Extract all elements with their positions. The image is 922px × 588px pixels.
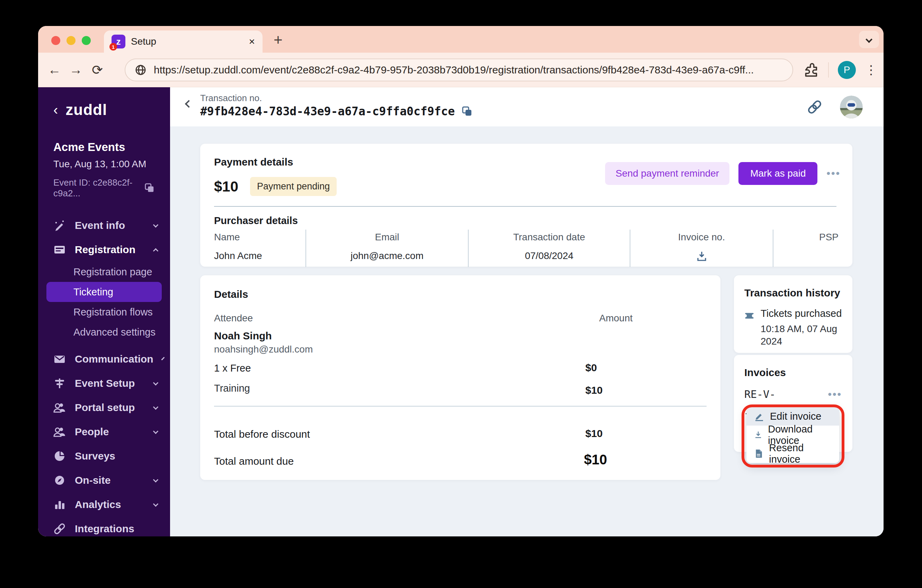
back-button[interactable]: ← [44,62,65,77]
sidebar-item-communication[interactable]: Communication [38,347,170,371]
sidebar-item-event-setup[interactable]: Event Setup [38,371,170,395]
sidebar-item-label: People [75,426,145,438]
minimize-window-button[interactable] [67,36,75,45]
sidebar-item-label: Analytics [75,499,145,510]
sidebar-item-registration-flows[interactable]: Registration flows [46,302,162,322]
envelope-icon [53,353,66,365]
sidebar: ‹ zuddl Acme Events Tue, Aug 13, 1:00 AM… [38,87,170,536]
email-label: Email [306,232,468,243]
attendee-email: noahsingh@zuddl.com [214,344,313,355]
sidebar-item-analytics[interactable]: Analytics [38,492,170,517]
sidebar-subitem-label: Registration flows [74,307,153,318]
reload-button[interactable]: ⟳ [87,62,108,78]
line-item-amount: $10 [585,384,603,396]
window-controls [51,36,91,45]
event-id: Event ID: c2e88c2f-c9a2... [53,177,139,199]
amount-header: Amount [599,313,633,324]
sidebar-item-event-info[interactable]: Event info [38,213,170,238]
chevron-down-icon [153,477,159,482]
event-date: Tue, Aug 13, 1:00 AM [53,158,155,170]
invoice-number: RE-V- [744,388,828,400]
details-title: Details [214,289,706,300]
sidebar-item-label: Portal setup [75,402,145,413]
sidebar-item-advanced-settings[interactable]: Advanced settings [46,322,162,342]
chevron-down-icon [153,501,159,506]
invoices-title: Invoices [744,367,842,379]
tab-search-button[interactable] [859,31,879,48]
copy-icon[interactable] [144,183,155,193]
chevron-down-icon [153,404,159,410]
line-item-label: Training [214,383,250,394]
invoice-more-menu-icon[interactable]: ••• [828,389,842,400]
transaction-date-label: Transaction date [469,232,630,243]
copy-link-icon[interactable] [807,99,822,115]
new-tab-button[interactable]: + [274,32,283,47]
payment-details-card: Payment details $10 Payment pending Send… [200,144,852,267]
mark-as-paid-button[interactable]: Mark as paid [739,162,817,185]
browser-tab[interactable]: z 1 Setup × [104,31,263,52]
close-tab-icon[interactable]: × [248,36,255,47]
purchaser-details-title: Purchaser details [214,215,298,227]
name-label: Name [214,232,306,243]
page-body: Payment details $10 Payment pending Send… [170,126,884,536]
sidebar-item-integrations[interactable]: Integrations [38,517,170,536]
user-avatar[interactable] [840,96,863,118]
sidebar-subitem-label: Ticketing [74,286,113,298]
history-event: Tickets purchased [760,308,842,319]
menu-item-resend-invoice[interactable]: Resend invoice [746,444,839,463]
back-chevron-icon[interactable] [185,100,193,108]
url-text: https://setup.zuddl.com/event/c2e88c2f-c… [154,64,754,76]
ticket-icon [744,309,754,322]
chevron-down-icon [153,222,159,227]
divider [214,206,837,207]
zuddl-favicon-icon: z 1 [111,34,125,49]
browser-menu-icon[interactable]: ⋮ [865,63,877,77]
pie-chart-icon [53,450,66,462]
address-bar[interactable]: https://setup.zuddl.com/event/c2e88c2f-c… [125,59,793,82]
users-icon [53,401,66,414]
sidebar-item-registration[interactable]: Registration [38,238,170,262]
psp-label: PSP [773,232,839,243]
forward-button[interactable]: → [65,62,87,77]
transaction-no-value: #9fb428e4-783d-43e9-a67a-c9ffa0cf9fce [200,105,455,118]
sidebar-item-portal-setup[interactable]: Portal setup [38,395,170,420]
users-icon [53,426,66,438]
menu-item-label: Resend invoice [769,442,832,463]
sidebar-item-surveys[interactable]: Surveys [38,444,170,468]
sidebar-collapse-icon[interactable]: ‹ [53,103,58,117]
sidebar-item-on-site[interactable]: On-site [38,468,170,492]
sidebar-item-label: Communication [75,353,154,365]
sidebar-item-people[interactable]: People [38,420,170,444]
tab-title: Setup [131,36,248,47]
total-amount-due-amount: $10 [584,452,607,467]
sidebar-item-ticketing[interactable]: Ticketing [46,282,162,302]
payment-more-menu-icon[interactable]: ••• [826,168,840,180]
extensions-puzzle-icon[interactable] [804,62,819,78]
tab-strip: z 1 Setup × + [38,26,884,52]
chevron-down-icon [866,36,873,43]
total-amount-due-label: Total amount due [214,456,294,467]
wand-icon [53,219,66,232]
page-header: Transaction no. #9fb428e4-783d-43e9-a67a… [170,87,884,126]
details-card: Details Attendee Amount Noah Singh noahs… [200,275,721,480]
sidebar-item-label: Integrations [75,523,158,535]
sidebar-item-label: Surveys [75,450,158,462]
sidebar-subitem-label: Registration page [74,266,152,278]
payment-status-badge: Payment pending [250,177,337,196]
menu-item-edit-invoice[interactable]: Edit invoice [746,407,839,426]
copy-icon[interactable] [462,106,473,117]
purchaser-details-row: Name John Acme Email john@acme.com Trans… [214,230,839,267]
transaction-history-card: Transaction history Tickets purchased 10… [734,275,852,353]
site-info-globe-icon[interactable] [134,64,147,76]
send-payment-reminder-button[interactable]: Send payment reminder [605,162,729,185]
sidebar-item-registration-page[interactable]: Registration page [46,262,162,282]
toolbar-divider [828,62,829,78]
menu-item-download-invoice[interactable]: Download invoice [746,426,839,444]
maximize-window-button[interactable] [82,36,91,45]
zuddl-logo: zuddl [65,101,107,118]
close-window-button[interactable] [51,36,60,45]
download-icon [754,430,762,440]
download-invoice-icon[interactable] [696,250,708,262]
browser-profile-avatar[interactable]: P [838,61,856,79]
sidebar-item-label: Event Setup [75,377,145,389]
